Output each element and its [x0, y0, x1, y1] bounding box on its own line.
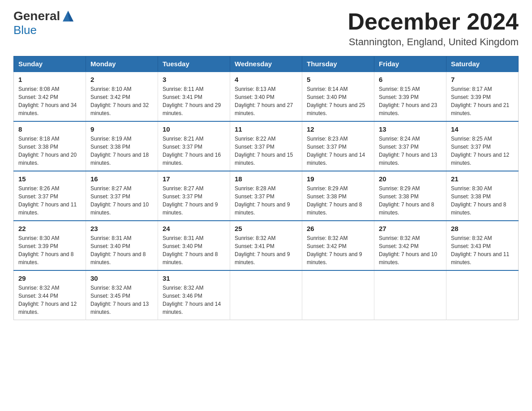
day-info: Sunrise: 8:10 AMSunset: 3:42 PMDaylight:…	[90, 85, 153, 117]
weekday-header-tuesday: Tuesday	[158, 56, 230, 72]
calendar-cell: 4Sunrise: 8:13 AMSunset: 3:40 PMDaylight…	[230, 72, 302, 121]
day-number: 29	[18, 274, 81, 282]
day-number: 7	[451, 76, 514, 83]
calendar-cell: 8Sunrise: 8:18 AMSunset: 3:38 PMDaylight…	[14, 121, 86, 171]
header: General Blue December 2024 Stannington, …	[13, 9, 519, 48]
calendar-cell: 2Sunrise: 8:10 AMSunset: 3:42 PMDaylight…	[86, 72, 158, 121]
day-number: 25	[235, 225, 297, 232]
calendar-cell: 12Sunrise: 8:23 AMSunset: 3:37 PMDayligh…	[302, 121, 374, 171]
day-info: Sunrise: 8:27 AMSunset: 3:37 PMDaylight:…	[90, 184, 153, 217]
weekday-header-friday: Friday	[374, 56, 446, 72]
calendar-cell	[302, 270, 374, 320]
day-number: 15	[18, 175, 81, 183]
month-title: December 2024	[348, 9, 519, 34]
calendar-cell: 30Sunrise: 8:32 AMSunset: 3:45 PMDayligh…	[86, 270, 158, 320]
day-number: 14	[451, 125, 514, 133]
day-number: 2	[90, 76, 153, 83]
calendar-cell: 16Sunrise: 8:27 AMSunset: 3:37 PMDayligh…	[86, 171, 158, 221]
calendar-table: SundayMondayTuesdayWednesdayThursdayFrid…	[13, 56, 519, 320]
logo-general-text: General	[13, 9, 60, 23]
day-info: Sunrise: 8:27 AMSunset: 3:37 PMDaylight:…	[163, 184, 225, 217]
location-text: Stannington, England, United Kingdom	[348, 36, 519, 48]
day-number: 18	[235, 175, 297, 183]
calendar-week-row: 15Sunrise: 8:26 AMSunset: 3:37 PMDayligh…	[14, 171, 519, 221]
calendar-cell: 1Sunrise: 8:08 AMSunset: 3:42 PMDaylight…	[14, 72, 86, 121]
day-info: Sunrise: 8:14 AMSunset: 3:40 PMDaylight:…	[307, 85, 369, 117]
calendar-cell: 20Sunrise: 8:29 AMSunset: 3:38 PMDayligh…	[374, 171, 446, 221]
day-info: Sunrise: 8:18 AMSunset: 3:38 PMDaylight:…	[18, 135, 81, 167]
calendar-cell: 18Sunrise: 8:28 AMSunset: 3:37 PMDayligh…	[230, 171, 302, 221]
day-number: 20	[379, 175, 442, 183]
calendar-cell: 11Sunrise: 8:22 AMSunset: 3:37 PMDayligh…	[230, 121, 302, 171]
calendar-week-row: 8Sunrise: 8:18 AMSunset: 3:38 PMDaylight…	[14, 121, 519, 171]
day-info: Sunrise: 8:30 AMSunset: 3:38 PMDaylight:…	[451, 184, 514, 217]
day-info: Sunrise: 8:11 AMSunset: 3:41 PMDaylight:…	[163, 85, 225, 117]
calendar-cell	[374, 270, 446, 320]
day-number: 1	[18, 76, 81, 83]
logo: General Blue	[13, 9, 76, 37]
day-info: Sunrise: 8:24 AMSunset: 3:37 PMDaylight:…	[379, 135, 442, 167]
day-info: Sunrise: 8:08 AMSunset: 3:42 PMDaylight:…	[18, 85, 81, 117]
day-info: Sunrise: 8:32 AMSunset: 3:41 PMDaylight:…	[235, 234, 297, 266]
day-number: 21	[451, 175, 514, 183]
day-info: Sunrise: 8:19 AMSunset: 3:38 PMDaylight:…	[90, 135, 153, 167]
weekday-header-wednesday: Wednesday	[230, 56, 302, 72]
weekday-header-monday: Monday	[86, 56, 158, 72]
calendar-cell: 22Sunrise: 8:30 AMSunset: 3:39 PMDayligh…	[14, 221, 86, 270]
day-number: 5	[307, 76, 369, 83]
day-number: 16	[90, 175, 153, 183]
calendar-cell: 14Sunrise: 8:25 AMSunset: 3:37 PMDayligh…	[446, 121, 519, 171]
calendar-cell: 26Sunrise: 8:32 AMSunset: 3:42 PMDayligh…	[302, 221, 374, 270]
day-number: 26	[307, 225, 369, 232]
day-number: 24	[163, 225, 225, 232]
logo-blue-text: Blue	[13, 23, 37, 37]
day-info: Sunrise: 8:22 AMSunset: 3:37 PMDaylight:…	[235, 135, 297, 167]
calendar-cell: 31Sunrise: 8:32 AMSunset: 3:46 PMDayligh…	[158, 270, 230, 320]
day-info: Sunrise: 8:32 AMSunset: 3:46 PMDaylight:…	[163, 284, 225, 316]
calendar-cell: 9Sunrise: 8:19 AMSunset: 3:38 PMDaylight…	[86, 121, 158, 171]
day-info: Sunrise: 8:26 AMSunset: 3:37 PMDaylight:…	[18, 184, 81, 217]
calendar-cell: 7Sunrise: 8:17 AMSunset: 3:39 PMDaylight…	[446, 72, 519, 121]
day-number: 22	[18, 225, 81, 232]
day-number: 8	[18, 125, 81, 133]
calendar-week-row: 29Sunrise: 8:32 AMSunset: 3:44 PMDayligh…	[14, 270, 519, 320]
day-info: Sunrise: 8:32 AMSunset: 3:43 PMDaylight:…	[451, 234, 514, 266]
calendar-cell: 3Sunrise: 8:11 AMSunset: 3:41 PMDaylight…	[158, 72, 230, 121]
day-info: Sunrise: 8:25 AMSunset: 3:37 PMDaylight:…	[451, 135, 514, 167]
day-info: Sunrise: 8:31 AMSunset: 3:40 PMDaylight:…	[163, 234, 225, 266]
title-area: December 2024 Stannington, England, Unit…	[348, 9, 519, 48]
day-number: 17	[163, 175, 225, 183]
day-number: 9	[90, 125, 153, 133]
calendar-cell	[446, 270, 519, 320]
day-info: Sunrise: 8:31 AMSunset: 3:40 PMDaylight:…	[90, 234, 153, 266]
day-number: 23	[90, 225, 153, 232]
calendar-cell: 17Sunrise: 8:27 AMSunset: 3:37 PMDayligh…	[158, 171, 230, 221]
calendar-cell	[230, 270, 302, 320]
day-number: 28	[451, 225, 514, 232]
day-number: 10	[163, 125, 225, 133]
day-number: 12	[307, 125, 369, 133]
day-info: Sunrise: 8:29 AMSunset: 3:38 PMDaylight:…	[379, 184, 442, 217]
calendar-cell: 24Sunrise: 8:31 AMSunset: 3:40 PMDayligh…	[158, 221, 230, 270]
day-number: 11	[235, 125, 297, 133]
weekday-header-sunday: Sunday	[14, 56, 86, 72]
weekday-header-row: SundayMondayTuesdayWednesdayThursdayFrid…	[14, 56, 519, 72]
day-number: 31	[163, 274, 225, 282]
calendar-cell: 10Sunrise: 8:21 AMSunset: 3:37 PMDayligh…	[158, 121, 230, 171]
day-info: Sunrise: 8:30 AMSunset: 3:39 PMDaylight:…	[18, 234, 81, 266]
day-number: 3	[163, 76, 225, 83]
calendar-cell: 29Sunrise: 8:32 AMSunset: 3:44 PMDayligh…	[14, 270, 86, 320]
weekday-header-thursday: Thursday	[302, 56, 374, 72]
calendar-week-row: 22Sunrise: 8:30 AMSunset: 3:39 PMDayligh…	[14, 221, 519, 270]
logo-icon	[61, 9, 75, 23]
calendar-cell: 27Sunrise: 8:32 AMSunset: 3:42 PMDayligh…	[374, 221, 446, 270]
day-info: Sunrise: 8:29 AMSunset: 3:38 PMDaylight:…	[307, 184, 369, 217]
calendar-cell: 28Sunrise: 8:32 AMSunset: 3:43 PMDayligh…	[446, 221, 519, 270]
day-number: 6	[379, 76, 442, 83]
day-info: Sunrise: 8:17 AMSunset: 3:39 PMDaylight:…	[451, 85, 514, 117]
day-info: Sunrise: 8:15 AMSunset: 3:39 PMDaylight:…	[379, 85, 442, 117]
day-info: Sunrise: 8:21 AMSunset: 3:37 PMDaylight:…	[163, 135, 225, 167]
day-info: Sunrise: 8:32 AMSunset: 3:42 PMDaylight:…	[307, 234, 369, 266]
calendar-cell: 23Sunrise: 8:31 AMSunset: 3:40 PMDayligh…	[86, 221, 158, 270]
calendar-cell: 13Sunrise: 8:24 AMSunset: 3:37 PMDayligh…	[374, 121, 446, 171]
